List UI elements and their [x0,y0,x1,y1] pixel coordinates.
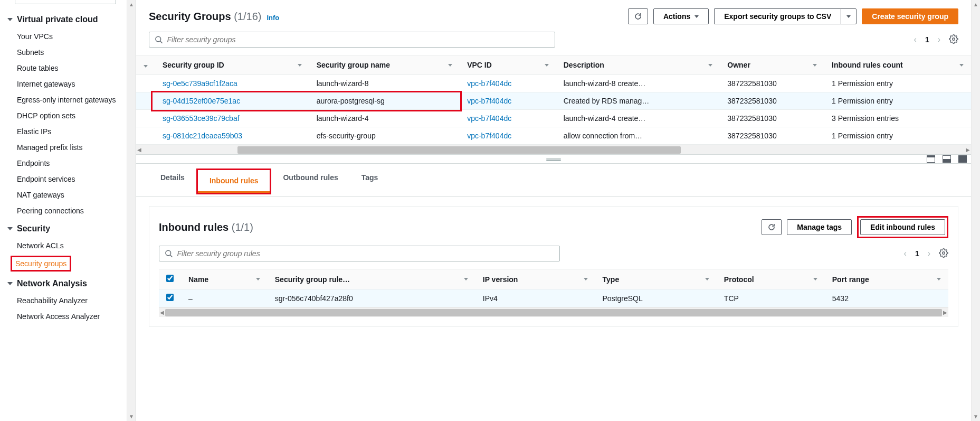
main-scrollbar[interactable]: ▲ ▼ [971,0,980,421]
scroll-up-icon[interactable]: ▲ [972,0,980,9]
column-header[interactable]: Owner [727,61,750,69]
tab[interactable]: Tags [350,167,390,196]
column-header[interactable]: IP version [483,275,518,284]
sidebar-item[interactable]: Managed prefix lists [0,139,123,155]
sidebar-item-security-groups[interactable]: Security groups [15,259,66,268]
sidebar-item[interactable]: Endpoints [0,155,123,171]
sort-icon[interactable] [705,278,709,280]
tab[interactable]: Details [149,167,196,196]
layout-collapsed-icon[interactable] [927,155,935,163]
column-header[interactable]: Description [564,61,604,69]
rules-prev-page[interactable]: ‹ [904,249,907,258]
scroll-down-icon[interactable]: ▼ [127,412,136,421]
rules-next-page[interactable]: › [928,249,930,258]
column-header[interactable]: Name [188,275,208,284]
column-header[interactable]: Port range [832,275,869,284]
scroll-down-icon[interactable]: ▼ [972,412,980,421]
filter-sg-input[interactable] [149,32,555,48]
column-header[interactable]: Inbound rules count [832,61,903,69]
filter-rules-input[interactable] [159,246,560,261]
column-header[interactable]: Security group name [317,61,390,69]
column-header[interactable]: VPC ID [467,61,492,69]
manage-tags-button[interactable]: Manage tags [787,219,852,235]
vpc-id-link[interactable]: vpc-b7f404dc [467,114,511,123]
tab[interactable]: Outbound rules [271,167,349,196]
vpc-id-link[interactable]: vpc-b7f404dc [467,132,511,140]
vpc-id-link[interactable]: vpc-b7f404dc [467,97,511,105]
actions-button[interactable]: Actions [653,8,709,24]
refresh-rules-button[interactable] [762,219,782,235]
table-row[interactable]: sg-036553ce39c79cbaflaunch-wizard-4vpc-b… [136,110,971,127]
row-checkbox[interactable] [166,294,174,301]
export-csv-dropdown[interactable] [841,8,857,24]
filter-sg-field[interactable] [167,35,550,44]
scroll-left-icon[interactable]: ◀ [160,310,164,315]
sort-icon[interactable] [959,64,964,67]
table-row[interactable]: sg-0e5c739a9cf1f2acalaunch-wizard-8vpc-b… [136,75,971,92]
sg-id-link[interactable]: sg-081dc21deaea59b03 [163,132,242,140]
column-header[interactable]: Type [603,275,620,284]
sort-icon[interactable] [464,278,468,280]
info-link[interactable]: Info [267,14,279,22]
sidebar-item[interactable]: Network Access Analyzer [0,308,123,324]
sidebar-section-header[interactable]: Network Analysis [0,274,123,293]
sidebar-item[interactable]: Peering connections [0,203,123,219]
sg-id-link[interactable]: sg-036553ce39c79cbaf [163,114,240,123]
table-row[interactable]: sg-04d152ef00e75e1acaurora-postgresql-sg… [136,92,971,110]
table-row[interactable]: sg-081dc21deaea59b03efs-security-groupvp… [136,127,971,145]
export-csv-button[interactable]: Export security groups to CSV [714,8,841,24]
layout-full-icon[interactable] [958,155,967,163]
sidebar-item[interactable]: Your VPCs [0,29,123,44]
layout-split-icon[interactable] [943,155,951,163]
sidebar-item[interactable]: Network ACLs [0,238,123,254]
vpc-id-link[interactable]: vpc-b7f404dc [467,79,511,88]
edit-inbound-rules-button[interactable]: Edit inbound rules [860,219,945,235]
gear-icon[interactable] [949,34,958,45]
filter-rules-field[interactable] [177,249,554,258]
prev-page[interactable]: ‹ [914,35,917,44]
sg-id-link[interactable]: sg-04d152ef00e75e1ac [163,97,240,105]
sort-icon[interactable] [545,64,549,67]
sort-icon[interactable] [937,278,941,280]
sidebar-scrollbar[interactable]: ▲ ▼ [127,0,136,421]
refresh-button[interactable] [628,8,648,24]
sort-icon[interactable] [448,64,452,67]
create-security-group-button[interactable]: Create security group [862,8,958,24]
sidebar-item[interactable]: Egress-only internet gateways [0,92,123,108]
column-header[interactable]: Protocol [724,275,754,284]
column-header[interactable]: Security group ID [163,61,224,69]
sidebar-item[interactable]: Reachability Analyzer [0,293,123,308]
sg-id-link[interactable]: sg-0e5c739a9cf1f2aca [163,79,237,88]
sort-icon[interactable] [813,64,817,67]
sidebar-item[interactable]: Route tables [0,60,123,76]
sidebar-item[interactable]: Elastic IPs [0,124,123,139]
sidebar-item[interactable]: Subnets [0,44,123,60]
splitter[interactable] [136,154,971,164]
next-page[interactable]: › [938,35,940,44]
sort-icon[interactable] [813,278,817,280]
sidebar-item[interactable]: Internet gateways [0,76,123,92]
sg-hscroll[interactable]: ◀ ▶ [136,145,971,154]
filter-icon[interactable] [144,65,148,68]
sidebar-item[interactable]: NAT gateways [0,187,123,203]
select-all-rules[interactable] [166,275,174,282]
scroll-up-icon[interactable]: ▲ [127,0,136,9]
sort-icon[interactable] [256,278,260,280]
sidebar-section-header[interactable]: Security [0,219,123,238]
tab-inbound-rules[interactable]: Inbound rules [198,170,270,193]
scroll-right-icon[interactable]: ▶ [943,310,947,315]
sort-icon[interactable] [298,64,302,67]
scroll-right-icon[interactable]: ▶ [966,147,970,153]
sidebar-item[interactable]: DHCP option sets [0,108,123,124]
table-row[interactable]: –sgr-056c740bf427a28f0IPv4PostgreSQLTCP5… [159,289,948,307]
gear-icon[interactable] [939,248,948,259]
rules-hscroll[interactable]: ◀ ▶ [159,307,948,317]
sort-icon[interactable] [708,64,712,67]
scroll-left-icon[interactable]: ◀ [137,147,141,153]
sidebar-section-header[interactable]: Virtual private cloud [0,10,123,29]
sort-icon[interactable] [584,278,588,280]
rules-page-number: 1 [915,249,919,258]
inbound-rules-count: (1/1) [232,221,253,233]
sidebar-item[interactable]: Endpoint services [0,171,123,187]
column-header[interactable]: Security group rule… [275,275,350,284]
